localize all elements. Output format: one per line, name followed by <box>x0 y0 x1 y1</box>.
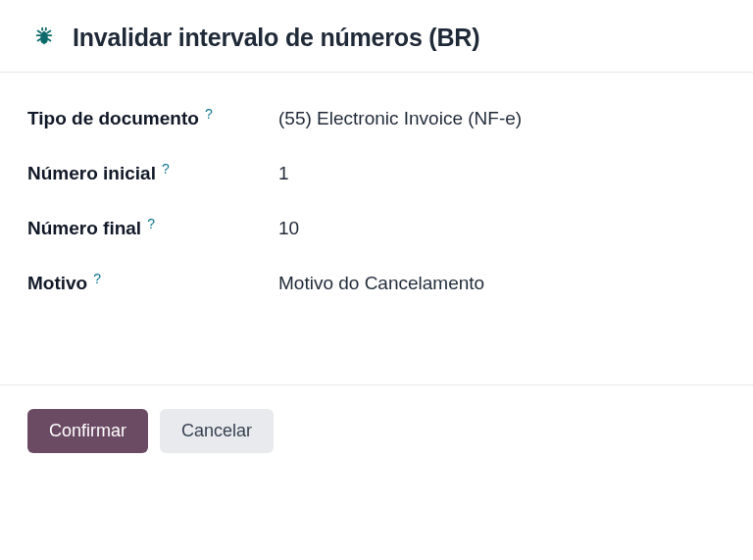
confirm-button[interactable]: Confirmar <box>27 409 148 453</box>
label-wrap: Tipo de documento ? <box>27 108 278 129</box>
help-icon[interactable]: ? <box>93 271 101 286</box>
label-wrap: Número inicial ? <box>27 163 278 184</box>
form-row-reason: Motivo ? Motivo do Cancelamento <box>27 273 726 294</box>
document-type-label: Tipo de documento <box>27 108 199 129</box>
bug-icon <box>33 25 55 51</box>
cancel-button[interactable]: Cancelar <box>160 409 274 453</box>
dialog-footer: Confirmar Cancelar <box>0 384 753 477</box>
reason-label: Motivo <box>27 273 87 294</box>
help-icon[interactable]: ? <box>147 216 155 231</box>
label-wrap: Motivo ? <box>27 273 278 294</box>
dialog-header: Invalidar intervalo de números (BR) <box>0 0 753 73</box>
label-wrap: Número final ? <box>27 218 278 239</box>
start-number-value[interactable]: 1 <box>278 163 289 184</box>
reason-value[interactable]: Motivo do Cancelamento <box>278 273 484 294</box>
form-row-document-type: Tipo de documento ? (55) Electronic Invo… <box>27 108 726 129</box>
help-icon[interactable]: ? <box>205 106 213 122</box>
dialog-title: Invalidar intervalo de números (BR) <box>73 24 479 52</box>
end-number-value[interactable]: 10 <box>278 218 299 239</box>
start-number-label: Número inicial <box>27 163 156 184</box>
help-icon[interactable]: ? <box>162 161 170 177</box>
dialog-body: Tipo de documento ? (55) Electronic Invo… <box>0 73 753 337</box>
end-number-label: Número final <box>27 218 141 239</box>
form-row-start-number: Número inicial ? 1 <box>27 163 726 184</box>
form-row-end-number: Número final ? 10 <box>27 218 726 239</box>
document-type-value[interactable]: (55) Electronic Invoice (NF-e) <box>278 108 522 129</box>
